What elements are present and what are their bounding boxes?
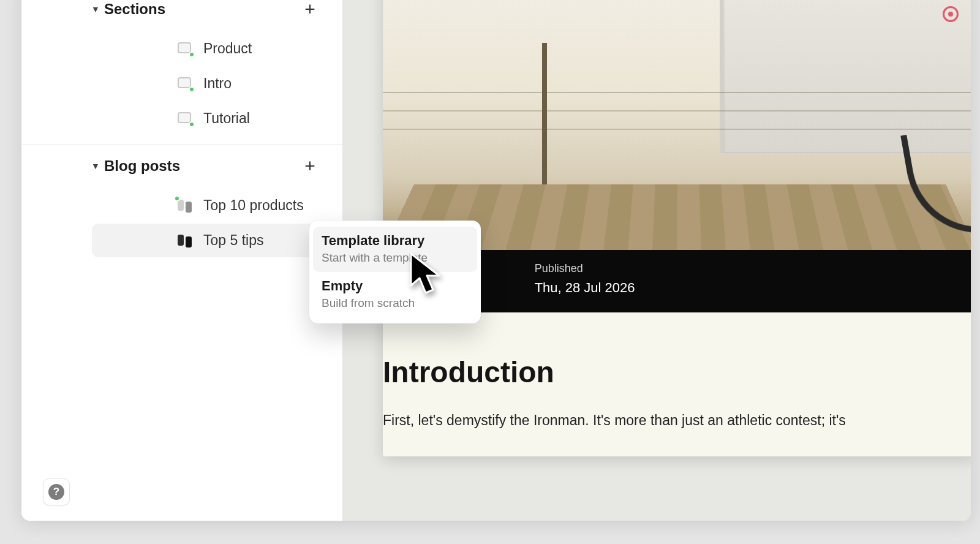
sidebar-item-top-5-tips[interactable]: Top 5 tips bbox=[92, 224, 336, 257]
article-heading: Introduction bbox=[383, 355, 971, 389]
group-title: Blog posts bbox=[104, 157, 180, 175]
caret-down-icon: ▼ bbox=[91, 4, 100, 14]
add-blog-post-button[interactable]: + bbox=[300, 156, 320, 176]
sidebar-item-tutorial[interactable]: Tutorial bbox=[92, 102, 336, 135]
sidebar-item-top-10-products[interactable]: Top 10 products bbox=[92, 189, 336, 222]
sidebar: ▼ Sections + Product Intro Tut bbox=[21, 0, 343, 521]
post-icon bbox=[178, 234, 194, 247]
section-icon bbox=[178, 112, 194, 126]
sidebar-item-label: Product bbox=[203, 40, 252, 57]
group-title: Sections bbox=[104, 1, 165, 18]
popover-option-subtitle: Start with a template bbox=[322, 251, 469, 265]
meta-value: Thu, 28 Jul 2026 bbox=[535, 280, 635, 296]
help-icon: ? bbox=[48, 484, 64, 500]
group-header-sections[interactable]: ▼ Sections + bbox=[21, 0, 342, 31]
app-window: ▼ Sections + Product Intro Tut bbox=[21, 0, 971, 521]
group-header-blog-posts[interactable]: ▼ Blog posts + bbox=[21, 145, 342, 187]
sidebar-item-label: Top 10 products bbox=[203, 197, 304, 214]
popover-option-title: Template library bbox=[322, 233, 469, 249]
sidebar-item-product[interactable]: Product bbox=[92, 32, 336, 66]
popover-option-title: Empty bbox=[322, 278, 469, 294]
sidebar-item-label: Top 5 tips bbox=[203, 232, 263, 249]
sidebar-item-label: Tutorial bbox=[203, 110, 250, 127]
sidebar-group-sections: ▼ Sections + Product Intro Tut bbox=[21, 0, 342, 135]
post-icon bbox=[178, 199, 194, 213]
meta-label: Published bbox=[535, 262, 635, 275]
popover-option-empty[interactable]: Empty Build from scratch bbox=[309, 272, 481, 317]
article-body: Introduction First, let's demystify the … bbox=[383, 312, 971, 456]
sidebar-item-intro[interactable]: Intro bbox=[92, 67, 336, 100]
popover-option-subtitle: Build from scratch bbox=[322, 297, 469, 310]
section-icon bbox=[178, 77, 194, 91]
add-post-popover: Template library Start with a template E… bbox=[309, 221, 481, 323]
caret-down-icon: ▼ bbox=[91, 161, 100, 171]
sidebar-group-blog-posts: ▼ Blog posts + Top 10 products Top 5 tip… bbox=[21, 144, 342, 257]
popover-option-template-library[interactable]: Template library Start with a template bbox=[313, 227, 477, 272]
section-icon bbox=[178, 42, 194, 56]
target-icon bbox=[943, 6, 959, 22]
help-button[interactable]: ? bbox=[43, 478, 70, 505]
sidebar-item-label: Intro bbox=[203, 75, 232, 92]
add-section-button[interactable]: + bbox=[300, 0, 320, 20]
article-paragraph: First, let's demystify the Ironman. It's… bbox=[383, 410, 971, 432]
meta-published: Published Thu, 28 Jul 2026 bbox=[535, 262, 635, 296]
